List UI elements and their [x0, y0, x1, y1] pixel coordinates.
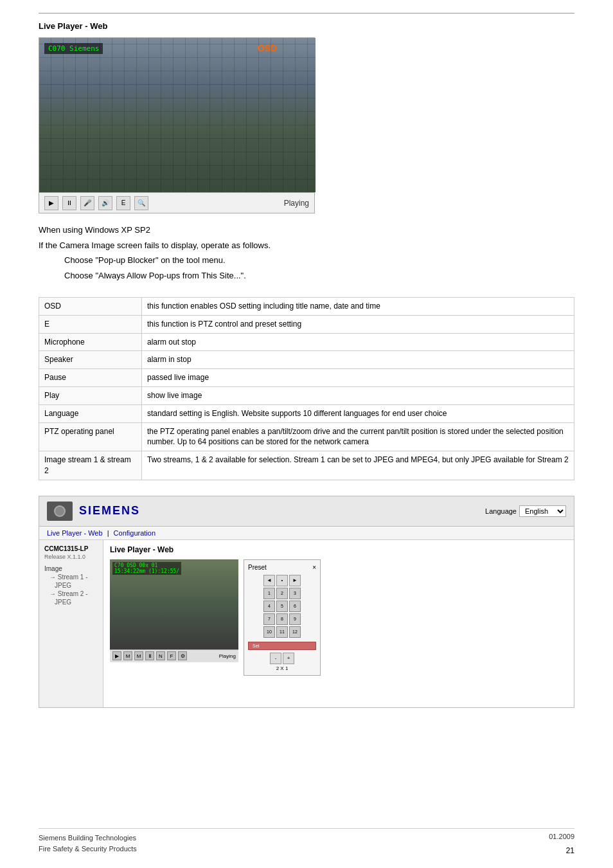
ptz-preset-grid: 1 2 3 4 5 6 7 8 9 10 11 12 — [248, 588, 316, 638]
device-camera-icon — [47, 502, 73, 521]
ptz-preset-2[interactable]: 2 — [276, 588, 288, 599]
ptz-preset-12[interactable]: 12 — [289, 626, 301, 638]
table-row: Microphonealarm out stop — [39, 333, 574, 351]
mini-play-btn[interactable]: ▶ — [112, 651, 121, 660]
table-cell-desc: the PTZ operating panel enables a pan/ti… — [142, 422, 574, 451]
table-cell-label: Microphone — [39, 333, 142, 351]
ptz-close-button[interactable]: × — [312, 564, 316, 571]
playback-status: Playing — [284, 199, 309, 208]
table-cell-label: Image stream 1 & stream 2 — [39, 451, 142, 480]
device-header: SIEMENS Language English Deutsch Françai… — [39, 496, 574, 527]
ptz-set-button[interactable]: Set — [248, 642, 316, 650]
ptz-preset-9[interactable]: 9 — [289, 613, 301, 625]
info-table: OSDthis function enables OSD setting inc… — [39, 297, 574, 480]
table-cell-desc: Two streams, 1 & 2 available for selecti… — [142, 451, 574, 480]
camera-screen: C070 Siemens OSD — [39, 38, 315, 192]
ptz-title-bar: Preset × — [248, 564, 316, 571]
language-label: Language — [485, 507, 517, 515]
table-cell-label: E — [39, 315, 142, 333]
table-row: Pausepassed live image — [39, 369, 574, 387]
ptz-preset-8[interactable]: 8 — [276, 613, 288, 625]
mini-controls-bar: ▶ M M ⏸ N F ⚙ Playing — [110, 649, 238, 662]
e-button[interactable]: E — [116, 196, 130, 210]
mini-gear-btn[interactable]: ⚙ — [178, 651, 187, 660]
device-main-title: Live Player - Web — [110, 545, 567, 554]
sidebar-nav-image[interactable]: Image — [44, 565, 98, 572]
table-cell-desc: alarm in stop — [142, 351, 574, 369]
sidebar-nav-jpeg1[interactable]: JPEG — [44, 582, 98, 589]
footer-company-info: Siemens Building Technologies Fire Safet… — [39, 833, 137, 855]
ptz-preset-6[interactable]: 6 — [289, 601, 301, 612]
description-section: When using Windows XP SP2 If the Camera … — [39, 224, 574, 284]
sidebar-nav-stream2[interactable]: → Stream 2 - — [44, 590, 98, 597]
mini-m-btn[interactable]: M — [123, 651, 132, 660]
search-button[interactable]: 🔍 — [134, 196, 148, 210]
ptz-left-btn[interactable]: ◄ — [263, 575, 275, 586]
table-row: Playshow live image — [39, 386, 574, 404]
nav-link-configuration[interactable]: Configuration — [114, 529, 155, 537]
camera-osd-text: C070 Siemens — [44, 43, 103, 54]
mini-m2-btn[interactable]: M — [134, 651, 143, 660]
camera-controls-bar: ▶ ⏸ 🎤 🔊 E 🔍 Playing — [39, 192, 314, 213]
table-cell-desc: this function enables OSD setting includ… — [142, 298, 574, 316]
mini-playing-status: Playing — [219, 653, 236, 659]
sidebar-nav-stream1[interactable]: → Stream 1 - — [44, 574, 98, 581]
ptz-preset-4[interactable]: 4 — [263, 601, 275, 612]
ptz-preset-10[interactable]: 10 — [263, 626, 275, 638]
speaker-button[interactable]: 🔊 — [98, 196, 112, 210]
ptz-preset-3[interactable]: 3 — [289, 588, 301, 599]
camera-preview: C070 Siemens OSD ▶ ⏸ 🎤 🔊 E 🔍 Playing — [39, 37, 315, 213]
ptz-preset-11[interactable]: 11 — [276, 626, 288, 638]
ptz-preset-1[interactable]: 1 — [263, 588, 275, 599]
table-row: OSDthis function enables OSD setting inc… — [39, 298, 574, 316]
mini-f-btn[interactable]: F — [167, 651, 176, 660]
microphone-button[interactable]: 🎤 — [80, 196, 94, 210]
table-row: Languagestandard setting is English. Web… — [39, 404, 574, 422]
table-cell-label: PTZ operating panel — [39, 422, 142, 451]
mini-camera-container: C70 OSD 00x 01 15:34:22mm (1):12:55/ ▶ M… — [110, 559, 238, 676]
release-version: Release X.1.1.0 — [44, 554, 98, 560]
ptz-title-label: Preset — [248, 564, 267, 571]
osd-label: OSD — [258, 43, 277, 53]
table-cell-desc: this function is PTZ control and preset … — [142, 315, 574, 333]
ptz-zoom-in-btn[interactable]: + — [283, 653, 294, 664]
device-sidebar: CCMC1315-LP Release X.1.1.0 Image → Stre… — [39, 540, 103, 707]
mini-pause-btn[interactable]: ⏸ — [145, 651, 154, 660]
mini-camera-view: C70 OSD 00x 01 15:34:22mm (1):12:55/ — [110, 559, 238, 649]
table-cell-desc: standard setting is English. Website sup… — [142, 404, 574, 422]
table-cell-label: Language — [39, 404, 142, 422]
footer-company-line2: Fire Safety & Security Products — [39, 844, 137, 855]
device-content-area: C70 OSD 00x 01 15:34:22mm (1):12:55/ ▶ M… — [110, 559, 567, 676]
device-logo-area: SIEMENS — [47, 502, 140, 521]
mini-n-btn[interactable]: N — [156, 651, 165, 660]
table-row: Speakeralarm in stop — [39, 351, 574, 369]
device-language-area: Language English Deutsch Français — [485, 505, 566, 517]
section-title: Live Player - Web — [39, 21, 574, 31]
table-cell-label: Pause — [39, 369, 142, 387]
desc-line-2: If the Camera Image screen fails to disp… — [39, 239, 574, 252]
pause-button[interactable]: ⏸ — [62, 196, 76, 210]
footer-company-line1: Siemens Building Technologies — [39, 833, 137, 844]
ptz-preset-5[interactable]: 5 — [276, 601, 288, 612]
page-number: 21 — [566, 846, 574, 855]
desc-line-4: Choose "Always Allow Pop-ups from This S… — [39, 269, 574, 282]
top-divider — [39, 13, 574, 14]
language-select[interactable]: English Deutsch Français — [519, 505, 566, 517]
table-cell-label: Play — [39, 386, 142, 404]
nav-link-live-player[interactable]: Live Player - Web — [47, 529, 103, 537]
ptz-right-btn[interactable]: ► — [289, 575, 301, 586]
table-row: Image stream 1 & stream 2Two streams, 1 … — [39, 451, 574, 480]
device-body: CCMC1315-LP Release X.1.1.0 Image → Stre… — [39, 540, 574, 707]
ptz-zoom-out-btn[interactable]: - — [270, 653, 281, 664]
model-name: CCMC1315-LP — [44, 545, 98, 552]
ptz-preset-7[interactable]: 7 — [263, 613, 275, 625]
play-button[interactable]: ▶ — [44, 196, 58, 210]
table-row: PTZ operating panelthe PTZ operating pan… — [39, 422, 574, 451]
table-cell-desc: show live image — [142, 386, 574, 404]
sidebar-nav-jpeg2[interactable]: JPEG — [44, 599, 98, 606]
device-brand-name: SIEMENS — [79, 504, 140, 518]
ptz-center-btn[interactable]: • — [276, 575, 288, 586]
camera-scene-bg — [39, 38, 315, 192]
device-nav-bar: Live Player - Web | Configuration — [39, 527, 574, 540]
table-cell-desc: alarm out stop — [142, 333, 574, 351]
